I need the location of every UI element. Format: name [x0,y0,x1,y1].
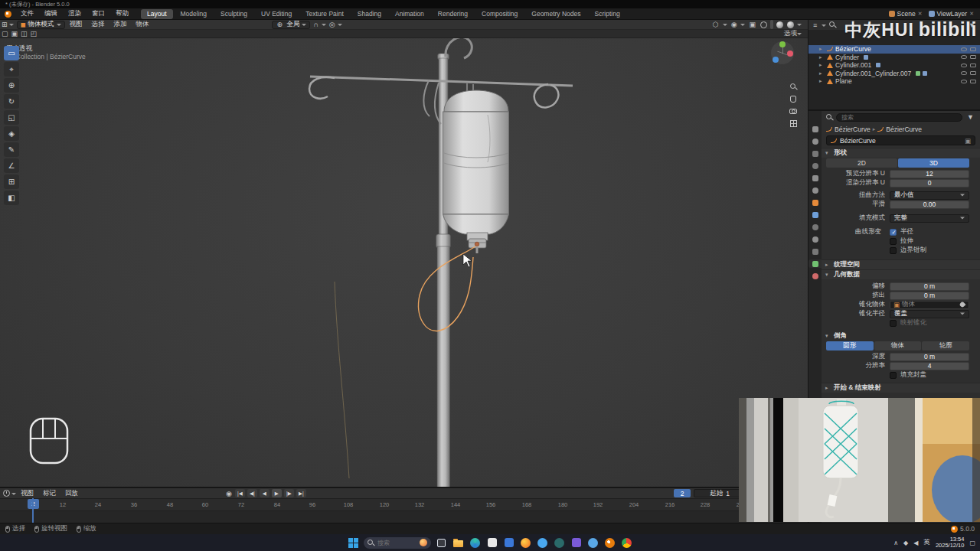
workspace-tab-modeling[interactable]: Modeling [175,9,214,19]
tab-constraints-icon[interactable] [809,247,821,256]
tab-particles-icon[interactable] [809,223,821,231]
timeline-playback-menu[interactable]: 回放 [60,489,83,498]
tab-material-icon[interactable] [809,272,821,280]
tab-render-icon[interactable] [809,137,821,145]
tab-world-icon[interactable] [809,186,821,194]
expand-arrow-icon[interactable]: ▸ [819,62,825,68]
disable-render-icon[interactable] [970,55,976,59]
timeline-marker-menu[interactable]: 标记 [38,489,60,498]
chrome-icon[interactable] [620,536,633,549]
notification-icon[interactable]: ▢ [969,540,975,546]
camera-view-icon[interactable] [788,106,799,116]
workspace-tab-scripting[interactable]: Scripting [589,9,626,19]
proportional-dropdown-arrow-icon[interactable] [338,24,342,28]
tab-object-icon[interactable] [809,198,821,207]
workspace-tab-shading[interactable]: Shading [351,9,387,19]
object-menu[interactable]: 物体 [132,20,154,29]
qq-icon[interactable] [536,536,549,549]
modifier-icon[interactable] [916,71,920,76]
annotate-tool-icon[interactable]: ✎ [4,142,19,157]
network-icon[interactable]: ◆ [903,540,908,546]
button-2d[interactable]: 2D [826,158,897,168]
viewport-3d[interactable]: 用户透视 (2) Collection | BézierCurve ▭ ⌖ ⊕ … [0,38,808,487]
rotate-tool-icon[interactable]: ↻ [4,94,19,109]
tool-icon-2[interactable]: ▣ [10,30,20,37]
transform-tool-icon[interactable]: ◈ [4,126,19,141]
bevel-resolution-field[interactable]: 4 [890,362,969,370]
timeline-ruler[interactable]: 12 24 36 48 60 72 84 96 108 120 132 144 … [0,499,808,511]
auto-key-icon[interactable]: ◉ [224,490,234,497]
workspace-tab-rendering[interactable]: Rendering [432,9,474,19]
snap-magnet-icon[interactable]: ∩ [312,21,319,28]
fill-caps-checkbox[interactable] [890,372,897,379]
tab-tool-icon[interactable] [809,125,821,133]
menu-edit[interactable]: 编辑 [39,8,63,20]
proportional-edit-icon[interactable]: ◎ [328,21,337,28]
radius-checkbox[interactable] [890,229,897,236]
firefox-icon[interactable] [519,536,532,549]
app-icon-blue[interactable] [502,536,515,549]
scene-unlink-icon[interactable]: ✕ [918,11,923,17]
pole-top-hook[interactable] [446,38,472,58]
bevel-tab-object[interactable]: 物体 [874,341,922,350]
disable-render-icon[interactable] [970,64,976,67]
select-box-tool-icon[interactable]: ▭ [4,46,19,60]
section-shape[interactable]: ▾形状 [822,148,980,158]
outliner-editor-icon[interactable]: ≡ [812,21,818,29]
hide-viewport-icon[interactable] [961,71,967,75]
offset-field[interactable]: 0 m [890,282,969,291]
tray-expand-icon[interactable]: ∧ [893,540,898,546]
prev-keyframe-button[interactable]: ◀| [247,489,257,497]
show-gizmo-icon[interactable]: ⬡ [711,21,720,28]
workspace-tab-compositing[interactable]: Compositing [475,9,524,19]
volume-icon[interactable]: ◀ [913,540,918,546]
workspace-tab-geometrynodes[interactable]: Geometry Nodes [525,9,586,19]
disable-render-icon[interactable] [970,47,976,51]
expand-arrow-icon[interactable]: ▸ [819,46,825,52]
extrude-tool-icon[interactable]: ◧ [4,191,19,205]
timeline-editor-icon[interactable] [3,490,10,497]
filter-icon[interactable]: ▼ [965,113,975,121]
modifier-icon[interactable] [864,55,868,60]
properties-search-input[interactable] [836,113,962,122]
hide-viewport-icon[interactable] [961,80,967,83]
modifier-icon[interactable] [876,63,880,67]
section-bevel[interactable]: ▾倒角 [822,331,980,341]
iv-bottle[interactable] [443,90,509,253]
bevel-tab-profile[interactable]: 轮廓 [922,341,969,350]
datablock-name-field[interactable]: BézierCurve ▣ [826,135,975,145]
jump-end-button[interactable]: ▶| [296,489,306,497]
tool-icon-3[interactable]: ◫ [19,30,29,37]
section-start-end-mapping[interactable]: ▸开始 & 结束映射 [822,383,980,393]
move-tool-icon[interactable]: ⊕ [4,78,19,93]
expand-arrow-icon[interactable]: ▸ [819,70,825,77]
ortho-toggle-icon[interactable] [788,118,799,129]
app-icon-violet[interactable] [570,536,583,549]
file-explorer-icon[interactable] [452,536,465,549]
telegram-icon[interactable] [586,536,599,549]
start-button[interactable] [347,536,360,549]
shading-rendered-icon[interactable] [787,21,794,28]
mode-dropdown[interactable]: ◼ 物体模式 [17,21,65,29]
workspace-tab-texturepaint[interactable]: Texture Paint [299,9,350,19]
taskbar-search-input[interactable] [377,540,411,546]
disable-render-icon[interactable] [970,71,976,75]
hide-viewport-icon[interactable] [961,64,967,67]
section-geometry[interactable]: ▾几何数据 [822,269,980,279]
blender-icon[interactable] [603,536,616,549]
workspace-tab-sculpting[interactable]: Sculpting [214,9,253,19]
workspace-tab-layout[interactable]: Layout [141,9,173,19]
timeline-view-menu[interactable]: 视图 [16,489,38,498]
scene-selector[interactable]: Scene ✕ [889,10,923,18]
viewlayer-unlink-icon[interactable]: ✕ [969,11,974,17]
outliner-item-cylinder001-cylinder007[interactable]: ▸ Cylinder.001_Cylinder.007 [808,70,980,78]
taper-object-field[interactable]: ▣ 物体 [890,301,969,309]
tab-viewlayer-icon[interactable] [809,161,821,170]
eyedropper-icon[interactable] [959,301,965,308]
transform-orientation-dropdown[interactable]: ⊕ 全局 [272,21,311,29]
twist-method-dropdown[interactable]: 最小值 [890,191,969,200]
clamp-checkbox[interactable] [890,247,897,254]
navigation-gizmo[interactable] [771,41,794,64]
map-taper-checkbox[interactable] [890,320,897,327]
tab-output-icon[interactable] [809,149,821,158]
